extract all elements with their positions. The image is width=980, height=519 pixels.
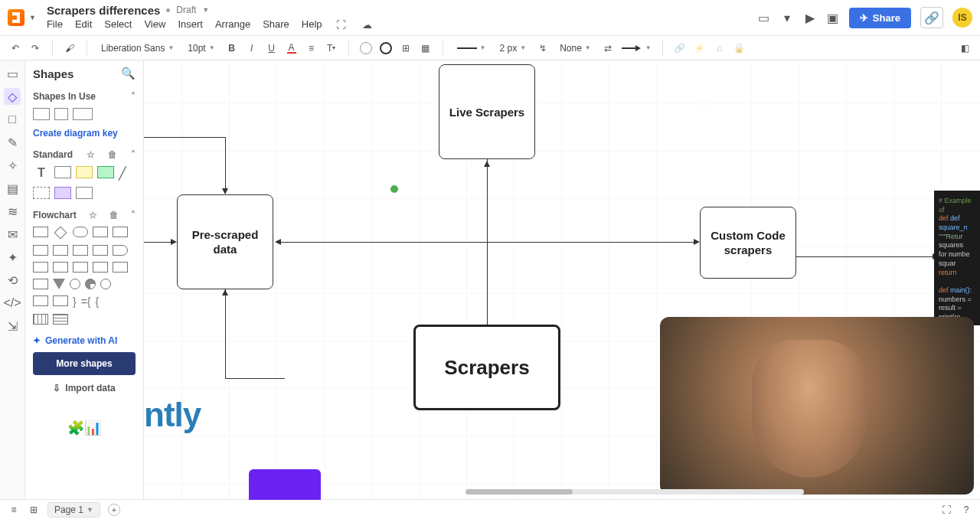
cloud-icon[interactable]: ☁ xyxy=(361,18,374,32)
status-chevron-icon[interactable]: ▼ xyxy=(202,6,209,14)
shape-line[interactable]: ╱ xyxy=(119,166,136,181)
shape-rect[interactable] xyxy=(33,108,50,120)
copy-link-button[interactable]: 🔗 xyxy=(920,7,943,28)
shape-std-rect[interactable] xyxy=(54,166,71,178)
create-diagram-key-link[interactable]: Create diagram key xyxy=(33,128,136,139)
app-menu-chevron[interactable]: ▼ xyxy=(29,14,36,21)
code-snippet-thumb[interactable]: # Example of def def square_n """Retur s… xyxy=(934,191,980,325)
fc-brace-open[interactable]: } xyxy=(73,295,77,308)
shape-std-dashed[interactable] xyxy=(33,187,50,199)
stroke-color-button[interactable] xyxy=(380,42,392,54)
shape-text[interactable]: T xyxy=(33,166,50,181)
menu-help[interactable]: Help xyxy=(302,18,322,32)
fc-2[interactable] xyxy=(53,245,68,256)
menu-view[interactable]: View xyxy=(144,18,165,32)
shape-std-purple[interactable] xyxy=(54,187,71,199)
canvas[interactable]: Live Scrapers Pre-scraped data Custom Co… xyxy=(144,60,980,499)
connector-v-prescraped-bottom[interactable] xyxy=(225,289,226,378)
fc-document[interactable] xyxy=(113,227,128,237)
apps-icon[interactable]: ⛶ xyxy=(335,18,348,32)
rail-comment-icon[interactable]: ✉ xyxy=(4,226,21,243)
shape-std-green[interactable] xyxy=(97,166,114,178)
node-pre-scraped[interactable]: Pre-scraped data xyxy=(177,194,273,289)
present-icon[interactable]: ▭ xyxy=(757,11,771,24)
standard-star-icon[interactable]: ☆ xyxy=(87,149,95,160)
fc-10[interactable] xyxy=(113,262,128,273)
font-size-select[interactable]: 10pt▼ xyxy=(185,41,217,55)
fc-brace-close[interactable]: { xyxy=(96,295,100,308)
line-jump-icon[interactable]: ↯ xyxy=(537,42,549,54)
play-icon[interactable]: ▶ xyxy=(803,11,817,24)
fc-terminator[interactable] xyxy=(73,227,88,237)
fc-14[interactable] xyxy=(85,279,96,289)
fc-8[interactable] xyxy=(73,262,88,273)
standard-trash-icon[interactable]: 🗑 xyxy=(108,149,117,160)
text-fragment-ntly[interactable]: ntly xyxy=(144,396,201,434)
page-tab[interactable]: Page 1 ▼ xyxy=(47,502,100,517)
fc-17[interactable] xyxy=(53,295,68,306)
fc-1[interactable] xyxy=(33,245,48,256)
node-custom-code[interactable]: Custom Code scrapers xyxy=(700,207,796,279)
swap-ends-icon[interactable]: ⇄ xyxy=(602,42,614,54)
undo-icon[interactable]: ↶ xyxy=(9,42,21,54)
camera-icon[interactable]: ▣ xyxy=(826,11,840,24)
horizontal-scrollbar[interactable] xyxy=(466,489,804,495)
rail-magic-icon[interactable]: ✧ xyxy=(4,157,21,174)
rail-container-icon[interactable]: □ xyxy=(4,111,21,128)
text-options-button[interactable]: T▾ xyxy=(325,42,338,54)
redo-icon[interactable]: ↷ xyxy=(29,42,41,54)
fc-15[interactable] xyxy=(100,279,111,289)
rail-code-icon[interactable]: </> xyxy=(4,295,21,312)
text-color-button[interactable]: A xyxy=(286,42,298,54)
rail-shapes-icon[interactable]: ◇ xyxy=(4,88,21,105)
rail-star-icon[interactable]: ✦ xyxy=(4,249,21,266)
line-style-select[interactable]: ▼ xyxy=(454,43,489,53)
rail-select-icon[interactable]: ▭ xyxy=(4,65,21,82)
rail-layers-icon[interactable]: ≋ xyxy=(4,203,21,220)
fc-11[interactable] xyxy=(33,279,48,289)
more-shapes-button[interactable]: More shapes xyxy=(33,352,136,375)
font-family-select[interactable]: Liberation Sans▼ xyxy=(98,41,177,55)
menu-insert[interactable]: Insert xyxy=(178,18,203,32)
flowchart-collapse-icon[interactable]: ˄ xyxy=(131,210,136,220)
section-standard[interactable]: Standard xyxy=(33,149,73,160)
fc-12[interactable] xyxy=(53,279,65,289)
menu-share[interactable]: Share xyxy=(263,18,289,32)
fc-4[interactable] xyxy=(93,245,108,256)
fc-16[interactable] xyxy=(33,295,48,306)
rail-link-icon[interactable]: ⟲ xyxy=(4,272,21,289)
avatar[interactable]: IS xyxy=(952,8,972,28)
chevron-down-icon[interactable]: ▾ xyxy=(780,11,794,24)
connector-h-prescraped-bottom[interactable] xyxy=(225,378,285,379)
shape-rect-wide[interactable] xyxy=(73,108,93,120)
fc-5[interactable] xyxy=(113,245,128,256)
grid-view-icon[interactable]: ⊞ xyxy=(28,504,40,516)
rail-note-icon[interactable]: ▤ xyxy=(4,180,21,197)
fc-table2[interactable] xyxy=(53,314,68,325)
import-data-link[interactable]: ⇩ Import data xyxy=(33,383,136,393)
line-end-select[interactable]: ▼ xyxy=(622,44,652,51)
fc-decision[interactable] xyxy=(54,227,67,240)
flowchart-trash-icon[interactable]: 🗑 xyxy=(109,210,119,220)
section-shapes-in-use[interactable]: Shapes In Use xyxy=(33,91,96,102)
share-button[interactable]: ✈ Share xyxy=(849,8,911,28)
lock-icon[interactable]: 🔒 xyxy=(733,42,746,54)
stroke-width-select[interactable]: 2 px▼ xyxy=(497,41,530,55)
connector-h-custom-out1[interactable] xyxy=(796,256,867,257)
page-tab-chevron-icon[interactable]: ▼ xyxy=(87,506,93,514)
rail-pen-icon[interactable]: ✎ xyxy=(4,134,21,151)
flowchart-star-icon[interactable]: ☆ xyxy=(89,210,97,220)
group-icon[interactable]: ⌂ xyxy=(714,42,726,54)
fullscreen-icon[interactable]: ⛶ xyxy=(940,504,952,516)
fc-13[interactable] xyxy=(70,279,80,289)
shape-std-note[interactable] xyxy=(76,166,93,178)
menu-edit[interactable]: Edit xyxy=(75,18,92,32)
align-button[interactable]: ≡ xyxy=(305,42,318,54)
node-live-scrapers[interactable]: Live Scrapers xyxy=(439,64,535,159)
add-page-button[interactable]: + xyxy=(108,504,120,516)
fc-process[interactable] xyxy=(33,227,48,237)
help-icon[interactable]: ? xyxy=(960,504,972,516)
shape-std-callout[interactable] xyxy=(76,187,93,199)
shape-rect-small[interactable] xyxy=(54,108,68,120)
fill-color-button[interactable] xyxy=(360,42,372,54)
